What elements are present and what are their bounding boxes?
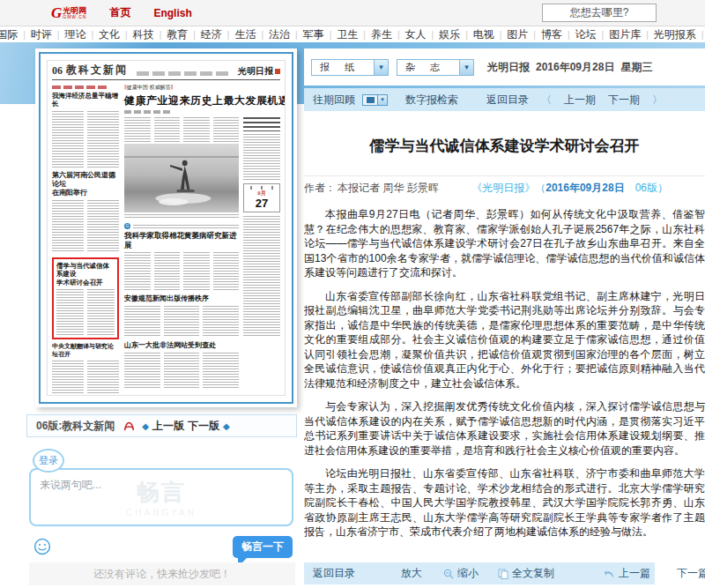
photo-caption-placeholder: [124, 214, 239, 220]
nav-link[interactable]: 论坛: [562, 27, 597, 42]
g-badge-icon: G: [124, 223, 130, 229]
empty-comments-note: 还没有评论，快来抢沙发吧！: [29, 562, 295, 585]
site-navigator-box[interactable]: 您想去哪里?: [542, 4, 657, 22]
calendar-widget: 9月 27: [243, 183, 280, 212]
newspaper-page-thumbnail: 06 教科文新闻 光明日报 我海洋经济总量平稳增长 第六届河南公民道德论坛在南阳…: [35, 48, 297, 407]
pdf-icon[interactable]: [123, 421, 135, 432]
page: G 光明网 GMW.CN 首页 English 您想去哪里? 时政国际时评理论文…: [0, 0, 705, 588]
nav-link[interactable]: 光明报系: [641, 27, 696, 42]
article-byline: 作者： 本报记者 周华 彭景晖 《光明日报》（2016年09月28日 06版）: [304, 176, 705, 199]
prev-issue-arrow[interactable]: 〈: [541, 93, 552, 108]
article-body: 本报曲阜9月27日电（记者周华、彭景晖）如何从传统文化中汲取营养、借鉴智慧？在纪…: [304, 207, 705, 540]
source-info: 《光明日报》（2016年09月28日 06版）: [471, 181, 668, 196]
chevron-down-icon: ▾: [459, 60, 473, 75]
top-bar: G 光明网 GMW.CN 首页 English 您想去哪里?: [0, 0, 705, 26]
prev-page-diamond: ◆: [142, 421, 149, 431]
comment-box: 畅言 CHANGYAN: [29, 468, 293, 526]
home-link[interactable]: 首页: [109, 5, 130, 20]
nav-link[interactable]: 更多>>: [696, 27, 705, 42]
logo-g-mark: G: [51, 4, 62, 22]
nav-link[interactable]: 卫生: [324, 27, 359, 42]
prev-issue-link[interactable]: 上一期: [564, 93, 596, 108]
comment-input[interactable]: [31, 470, 292, 525]
prev-article-button[interactable]: 上一篇: [604, 566, 650, 581]
author-label: 作者：: [304, 181, 336, 196]
article-paragraph: 山东省委宣传部副部长徐向红，山东省社科联党组书记、副主席林建宁，光明日报社副总编…: [304, 289, 705, 391]
nav-link[interactable]: 电视: [460, 27, 494, 42]
newspaper-side-column: 9月 27: [243, 117, 280, 390]
prev-page-link[interactable]: 上一版: [152, 419, 184, 434]
authors: 本报记者 周华 彭景晖: [338, 181, 439, 196]
nav-link[interactable]: 科技: [120, 27, 154, 42]
paper-select[interactable]: 报 纸 ▾: [311, 59, 389, 76]
digital-search-link[interactable]: 数字报检索: [405, 93, 458, 108]
copy-all-button[interactable]: 全文复制: [498, 566, 554, 581]
kicker: ∥健康中国·权威解答∥: [124, 84, 280, 92]
chevron-down-icon: ▾: [378, 94, 388, 106]
nav-link[interactable]: 图片: [494, 27, 529, 42]
nav-link[interactable]: 国际: [0, 27, 18, 42]
nav-link[interactable]: 养生: [358, 27, 392, 42]
login-button[interactable]: 登录: [33, 449, 64, 473]
nav-link[interactable]: 法治: [256, 27, 290, 42]
newspaper-center-column: G 我科学家取得棉花黄萎病研究新进展 安徽规范新闻出版传播秩序 山东一大批非法网…: [124, 117, 239, 390]
nav-link[interactable]: 时评: [18, 27, 52, 42]
water-ski-photo: [124, 144, 239, 212]
section-name: 教科文新闻: [66, 63, 128, 78]
main-nav: 时政国际时评理论文化科技教育经济生活法治军事卫生养生女人娱乐电视图片博客论坛图片…: [0, 26, 705, 42]
zoom-in-button[interactable]: 放大: [401, 566, 422, 581]
nav-link[interactable]: 经济: [188, 27, 222, 42]
masthead-info-placeholder: [137, 71, 231, 76]
nav-link[interactable]: 博客: [528, 27, 562, 42]
nav-link[interactable]: 生活: [222, 27, 256, 42]
headline: 第六届河南公民道德论坛在南阳举行: [52, 171, 119, 197]
issue-toolbar: 往期回顾 ▾ 数字报检索 返回目录 〈 上一期 下一期 〉: [304, 88, 705, 111]
article-paragraph: 论坛由光明日报社、山东省委宣传部、山东省社科联、济宁市委和曲阜师范大学等主办，采…: [304, 466, 705, 540]
highlighted-article[interactable]: 儒学与当代诚信体系建设学术研讨会召开: [52, 257, 119, 339]
next-page-diamond: ◆: [223, 421, 230, 431]
next-issue-link[interactable]: 下一期: [608, 93, 640, 108]
back-issues-link[interactable]: 往期回顾: [313, 93, 355, 108]
nav-link[interactable]: 图片库: [597, 27, 642, 42]
next-issue-arrow[interactable]: 〉: [652, 93, 663, 108]
gmw-logo[interactable]: G 光明网 GMW.CN: [51, 4, 86, 22]
article-pane: 儒学与当代诚信体系建设学术研讨会召开 作者： 本报记者 周华 彭景晖 《光明日报…: [304, 111, 705, 562]
english-link[interactable]: English: [153, 7, 191, 19]
article-paragraph: 本报曲阜9月27日电（记者周华、彭景晖）如何从传统文化中汲取营养、借鉴智慧？在纪…: [304, 207, 705, 280]
issue-date: 光明日报2016年09月28日星期三: [487, 60, 652, 75]
newspaper-right-area: ∥健康中国·权威解答∥ 健康产业迎来历史上最大发展机遇: [124, 84, 280, 388]
newspaper-masthead: 06 教科文新闻 光明日报: [52, 64, 280, 80]
magazine-select[interactable]: 杂 志 ▾: [397, 59, 474, 76]
logo-en-text: GMW.CN: [63, 15, 86, 19]
nav-link[interactable]: 理论: [52, 27, 86, 42]
side-headline-placeholder: [243, 117, 280, 131]
next-page-link[interactable]: 下一版: [188, 419, 219, 434]
edition-info-bar: 报 纸 ▾ 杂 志 ▾ 光明日报2016年09月28日星期三: [304, 48, 705, 86]
newspaper-page[interactable]: 06 教科文新闻 光明日报 我海洋经济总量平稳增长 第六届河南公民道德论坛在南阳…: [47, 60, 286, 396]
magnifier-minus-icon: [443, 569, 454, 579]
zoom-out-button[interactable]: 缩小: [443, 566, 479, 581]
newspaper-left-column: 我海洋经济总量平稳增长 第六届河南公民道德论坛在南阳举行 儒学与当代诚信体系建设…: [52, 84, 119, 388]
headline: 安徽规范新闻出版传播秩序: [124, 294, 239, 303]
nav-link[interactable]: 女人: [392, 27, 427, 42]
next-article-button[interactable]: 下一篇: [677, 566, 705, 581]
article-title: 儒学与当代诚信体系建设学术研讨会召开: [304, 136, 705, 156]
back-to-contents-button[interactable]: 返回目录: [313, 566, 355, 581]
page-navigation-bar: 06版:教科文新闻 ◆ 上一版 下一版 ◆: [26, 414, 297, 437]
submit-comment-button[interactable]: 畅言一下: [233, 536, 293, 558]
magazine-select-value: 杂 志: [397, 60, 459, 75]
current-page-link[interactable]: 06版:教科文新闻: [36, 419, 115, 434]
nav-link[interactable]: 文化: [85, 27, 120, 42]
chevron-down-icon: ▾: [374, 60, 388, 75]
calendar-icon: [362, 94, 378, 106]
emoji-icon[interactable]: [33, 538, 51, 555]
highlighted-headline: 儒学与当代诚信体系建设学术研讨会召开: [56, 262, 115, 287]
nav-link[interactable]: 教育: [154, 27, 189, 42]
date-picker[interactable]: ▾: [362, 94, 388, 106]
nav-link[interactable]: 娱乐: [427, 27, 461, 42]
paper-logo: 光明日报: [238, 65, 280, 78]
nav-link[interactable]: 军事: [290, 27, 324, 42]
back-to-contents-link[interactable]: 返回目录: [486, 93, 529, 108]
article-toolbar: 返回目录 放大 缩小 全文复制 上一篇 下一篇: [304, 562, 655, 584]
page-back-icon: [604, 569, 615, 579]
